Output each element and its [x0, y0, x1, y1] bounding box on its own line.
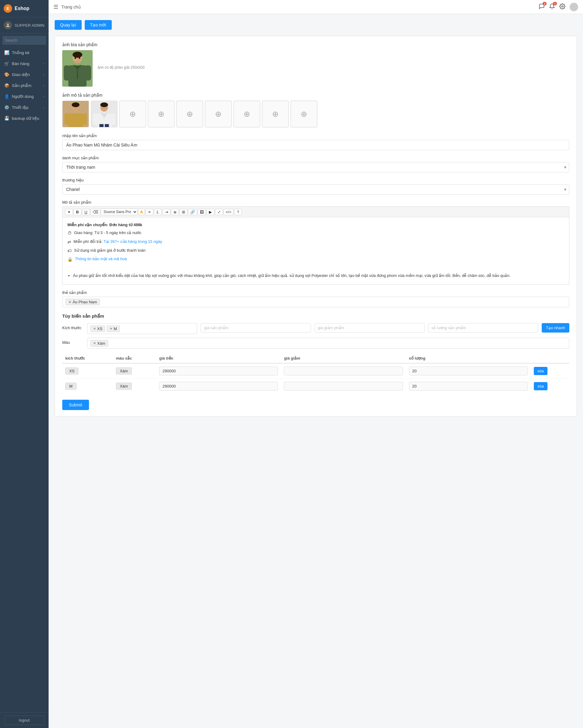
add-image-btn-7[interactable]: ⊕ [290, 101, 317, 127]
user-avatar[interactable] [570, 3, 578, 11]
price-input-0[interactable] [159, 367, 278, 375]
settings-icon-wrap[interactable] [559, 3, 565, 10]
database-icon: 💾 [4, 116, 9, 121]
svg-point-1 [562, 6, 563, 7]
add-image-btn-3[interactable]: ⊕ [176, 101, 203, 127]
product-name-input[interactable] [62, 140, 570, 150]
toolbar-align-btn[interactable]: ≣ [171, 209, 179, 215]
variant-table: kích thước màu sắc giá tiền giá giảm số … [62, 354, 570, 394]
toolbar-color-btn[interactable]: A [138, 209, 145, 215]
size-chip-xs: ✕ XS [90, 326, 105, 332]
tags-input-area[interactable]: ✕ Áo Phao Nam [62, 297, 570, 307]
discount-input-1[interactable] [284, 382, 402, 391]
toolbar-code-btn[interactable]: </> [223, 209, 233, 215]
desc-image-thumb-1[interactable] [62, 101, 89, 127]
create-variant-button[interactable]: Tạo nhanh [542, 323, 570, 333]
new-button[interactable]: Tạo mới [85, 20, 112, 30]
sidebar-item-thiet-lap[interactable]: ⚙️ Thiết lập › [0, 102, 49, 113]
sidebar-item-giao-dien[interactable]: 🎨 Giao diện › [0, 69, 49, 80]
toolbar-list-btn[interactable]: ≡ [145, 209, 153, 215]
messages-icon-wrap[interactable]: 2 [539, 3, 545, 10]
variant-quantity-input[interactable] [428, 323, 538, 333]
svg-point-10 [75, 57, 76, 59]
search-bar[interactable] [2, 36, 46, 45]
toolbar-image-btn[interactable]: 🖼 [198, 209, 206, 215]
toolbar-font-select[interactable]: Source Sans Pro [101, 209, 138, 215]
add-image-btn-5[interactable]: ⊕ [233, 101, 260, 127]
th-discount: giá giảm [281, 354, 406, 363]
delete-row-btn-0[interactable]: xóa [534, 367, 548, 375]
qty-input-1[interactable] [409, 382, 528, 391]
user-avatar-icon [4, 21, 12, 29]
variant-sale-price-input[interactable] [314, 323, 424, 333]
variants-section: Tùy biến sản phẩm Kích thước ✕ XS ✕ M [62, 313, 570, 394]
size-tags-input[interactable]: ✕ XS ✕ M [87, 323, 197, 334]
toolbar-expand-btn[interactable]: ⤢ [215, 209, 223, 215]
sidebar-item-label: Sản phẩm [12, 83, 32, 88]
qty-input-0[interactable] [409, 367, 528, 375]
product-desc-item: Áo phao giữ ấm tốt nhờ kiểu dệt của hai … [73, 272, 564, 279]
color-variant-label: Màu [62, 338, 84, 345]
sidebar-item-label: Giao diện [12, 72, 30, 77]
svg-rect-7 [77, 67, 78, 79]
discount-input-0[interactable] [284, 367, 402, 375]
free-ship-text: Miễn phí vận chuyển: Đơn hàng từ 498k [67, 223, 142, 227]
sidebar-item-san-pham[interactable]: 📦 Sản phẩm › [0, 80, 49, 91]
variant-price-input[interactable] [201, 323, 311, 333]
size-badge-xs: XS [65, 367, 78, 374]
main-content: Quay lại Tạo mới ảnh bìa sản phẩm [49, 14, 583, 728]
color-chip-xam-remove[interactable]: ✕ [93, 341, 96, 345]
delete-row-btn-1[interactable]: xóa [534, 382, 548, 390]
size-chip-m-remove[interactable]: ✕ [110, 327, 112, 331]
svg-point-20 [100, 102, 108, 107]
app-logo[interactable]: E Eshop [0, 0, 49, 17]
sidebar-item-label: Thống kê [12, 50, 29, 55]
toolbar-link-btn[interactable]: 🔗 [188, 209, 197, 215]
hamburger-icon[interactable]: ☰ [53, 4, 58, 10]
submit-button[interactable]: Submit [62, 400, 89, 410]
price-input-1[interactable] [159, 382, 278, 391]
toolbar-underline-btn[interactable]: U [82, 209, 90, 215]
logout-section: logout [0, 712, 49, 728]
sidebar-item-nguoi-dung[interactable]: 👤 Người dùng › [0, 91, 49, 102]
toolbar-ol-btn[interactable]: 1. [154, 209, 162, 215]
toolbar-video-btn[interactable]: ▶ [206, 209, 214, 215]
editor-body[interactable]: Miễn phí vận chuyển: Đơn hàng từ 498k ⏱ … [62, 217, 570, 285]
toolbar-bold-btn[interactable]: B [74, 209, 81, 215]
cover-image-preview[interactable] [62, 50, 92, 87]
table-cell-color-0: Xám [113, 363, 157, 379]
svg-rect-9 [85, 66, 91, 81]
sidebar-item-backup[interactable]: 💾 backup dữ liệu [0, 113, 49, 124]
category-select[interactable]: Thời trang nam [62, 162, 570, 172]
chart-icon: 📊 [4, 50, 9, 55]
toolbar-table-btn[interactable]: ⊞ [179, 209, 187, 215]
toolbar-indent-btn[interactable]: ⇥ [163, 209, 170, 215]
desc-image-thumb-2[interactable] [91, 101, 117, 127]
username-label: SUPPER ADMIN [15, 23, 44, 28]
editor-toolbar: ✦ B U ⌫ Source Sans Pro A ≡ 1. ⇥ ≣ ⊞ 🔗 🖼… [62, 206, 570, 217]
toolbar-help-btn[interactable]: ? [234, 209, 242, 215]
search-input[interactable] [2, 36, 46, 44]
tag-chip-0: ✕ Áo Phao Nam [65, 299, 100, 305]
add-image-btn-2[interactable]: ⊕ [148, 101, 175, 127]
add-image-btn-4[interactable]: ⊕ [205, 101, 232, 127]
product-name-group: nhập tên sản phẩm [62, 133, 570, 150]
cover-image-label: ảnh bìa sản phẩm [62, 42, 570, 47]
logout-button[interactable]: logout [4, 716, 44, 725]
sidebar-item-ban-hang[interactable]: 🛒 Bán hàng › [0, 58, 49, 69]
color-tags-input[interactable]: ✕ Xám [87, 338, 570, 349]
toolbar-eraser-btn[interactable]: ⌫ [90, 209, 100, 215]
svg-rect-25 [99, 124, 104, 127]
back-button[interactable]: Quay lại [55, 20, 82, 30]
bell-icon-wrap[interactable]: 1 [549, 3, 555, 10]
add-image-btn-1[interactable]: ⊕ [119, 101, 146, 127]
add-image-btn-6[interactable]: ⊕ [262, 101, 289, 127]
security-row: 🔒 Thông tin bảo mật và mã hoá [67, 256, 564, 263]
size-variant-label: Kích thước [62, 323, 84, 330]
toolbar-magic-btn[interactable]: ✦ [65, 209, 73, 215]
brand-select[interactable]: Chanel [62, 184, 570, 194]
tag-remove-btn-0[interactable]: ✕ [68, 300, 72, 304]
sidebar-item-thong-ke[interactable]: 📊 Thống kê [0, 47, 49, 58]
size-chip-xs-remove[interactable]: ✕ [93, 327, 96, 331]
gear-icon: ⚙️ [4, 105, 9, 110]
